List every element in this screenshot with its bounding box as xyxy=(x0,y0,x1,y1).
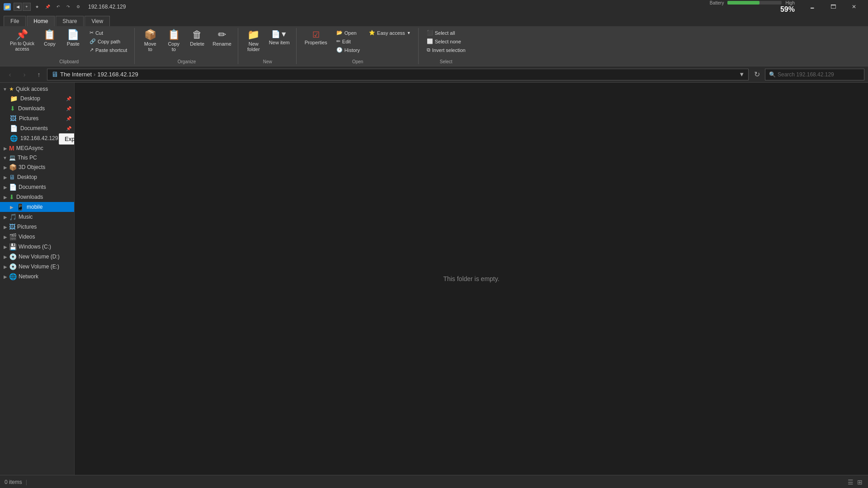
network-label: Network xyxy=(19,273,38,280)
sidebar-item-desktop-qa[interactable]: 📁 Desktop 📌 xyxy=(0,94,74,103)
copy-path-button[interactable]: 🔗 Copy path xyxy=(88,38,122,45)
windows-c-icon: 💾 xyxy=(9,243,17,250)
copy-large-button[interactable]: 📋 Copy xyxy=(39,28,61,48)
checkmark-icon: ☑ xyxy=(312,30,320,40)
sidebar-volume-d[interactable]: ▶ 💿 New Volume (D:) xyxy=(0,252,74,262)
documents-qa-label: Documents xyxy=(20,125,48,131)
megasync-chevron: ▶ xyxy=(4,146,7,151)
select-all-label: Select all xyxy=(435,30,455,36)
documents-pc-icon: 📄 xyxy=(9,183,17,191)
easy-access-button[interactable]: ⭐ Easy access ▼ xyxy=(367,29,413,37)
edit-button[interactable]: ✏ Edit xyxy=(335,38,353,45)
search-icon: 🔍 xyxy=(769,71,776,78)
forward-button[interactable]: › xyxy=(18,68,31,81)
path-part-1: The Internet xyxy=(60,71,92,78)
properties-btn-small[interactable]: ⚙ xyxy=(75,4,82,10)
megasync-header[interactable]: ▶ M MEGAsync xyxy=(0,143,74,153)
documents-qa-pin: 📌 xyxy=(66,126,71,131)
paste-icon: 📄 xyxy=(67,30,79,40)
view-tiles-button[interactable]: ⊞ xyxy=(856,478,863,487)
sidebar-music[interactable]: ▶ 🎵 Music xyxy=(0,212,74,222)
tab-share[interactable]: Share xyxy=(56,16,84,26)
battery-bar xyxy=(727,1,782,5)
new-folder-button[interactable]: 📁 Newfolder xyxy=(243,28,264,54)
pin-to-quick-button[interactable]: 📌 Pin to Quickaccess xyxy=(7,28,37,54)
tab-file[interactable]: File xyxy=(4,16,26,26)
sidebar-item-network-share[interactable]: 🌐 192.168.42.129 📌 Expand xyxy=(0,133,74,143)
downloads-qa-label: Downloads xyxy=(18,105,45,112)
paste-large-button[interactable]: 📄 Paste xyxy=(62,28,84,48)
quick-access-btn[interactable]: ★ xyxy=(33,4,41,10)
refresh-button[interactable]: ↻ xyxy=(750,68,763,81)
sidebar-documents-pc[interactable]: ▶ 📄 Documents xyxy=(0,182,74,192)
new-item-button[interactable]: 📄▼ New item xyxy=(266,28,292,47)
sidebar-item-documents-qa[interactable]: 📄 Documents 📌 xyxy=(0,123,74,133)
battery-label-text: Battery xyxy=(710,0,724,5)
edit-label: Edit xyxy=(342,39,351,44)
address-path[interactable]: 🖥 The Internet › 192.168.42.129 ▼ xyxy=(47,69,749,80)
sidebar-volume-e[interactable]: ▶ 💿 New Volume (E:) xyxy=(0,262,74,272)
sidebar-videos[interactable]: ▶ 🎬 Videos xyxy=(0,232,74,242)
history-button[interactable]: 🕐 History xyxy=(335,46,362,54)
tab-view[interactable]: View xyxy=(85,16,110,26)
sidebar-3dobjects[interactable]: ▶ 📦 3D Objects xyxy=(0,162,74,172)
address-dropdown-btn[interactable]: ▼ xyxy=(739,71,745,78)
battery-pct: 59% xyxy=(780,5,795,14)
select-none-button[interactable]: ⬜ Select none xyxy=(425,38,463,45)
select-all-button[interactable]: ⬛ Select all xyxy=(425,29,457,37)
desktop-qa-pin: 📌 xyxy=(66,96,71,101)
minimize-button[interactable]: 🗕 xyxy=(802,0,823,14)
organize-label: Organize xyxy=(178,59,196,64)
copy-large-icon: 📋 xyxy=(43,30,56,40)
tab-home[interactable]: Home xyxy=(27,16,55,26)
sidebar-item-pictures-qa[interactable]: 🖼 Pictures 📌 xyxy=(0,113,74,123)
ribbon-tabs: File Home Share View xyxy=(0,14,868,26)
copy-path-label: Copy path xyxy=(98,39,120,44)
network-chevron: ▶ xyxy=(4,274,7,279)
new-folder-label: Newfolder xyxy=(247,41,260,52)
organize-buttons: 📦 Moveto 📋 Copyto 🗑 Delete ✏ Rename xyxy=(139,28,234,58)
network-header[interactable]: ▶ 🌐 Network xyxy=(0,272,74,282)
properties-button[interactable]: ☑ Properties xyxy=(301,28,331,47)
cut-button[interactable]: ✂ Cut xyxy=(88,29,105,37)
sidebar-item-downloads-qa[interactable]: ⬇ Downloads 📌 xyxy=(0,103,74,113)
open-button[interactable]: 📂 Open xyxy=(335,29,359,37)
invert-selection-button[interactable]: ⧉ Invert selection xyxy=(425,46,467,54)
music-icon: 🎵 xyxy=(9,213,17,221)
search-box[interactable]: 🔍 Search 192.168.42.129 xyxy=(765,69,864,80)
close-button[interactable]: ✕ xyxy=(844,0,864,14)
paste-shortcut-button[interactable]: ↗ Paste shortcut xyxy=(88,46,129,54)
move-to-button[interactable]: 📦 Moveto xyxy=(139,28,161,54)
delete-button[interactable]: 🗑 Delete xyxy=(186,28,208,48)
ribbon-content: 📌 Pin to Quickaccess 📋 Copy 📄 Paste ✂ xyxy=(0,26,868,66)
sidebar-windows-c[interactable]: ▶ 💾 Windows (C:) xyxy=(0,242,74,252)
copy-to-button[interactable]: 📋 Copyto xyxy=(163,28,184,54)
up-button[interactable]: ↑ xyxy=(33,68,45,81)
redo-btn[interactable]: ↷ xyxy=(65,4,72,10)
pin-btn[interactable]: 📌 xyxy=(43,4,52,10)
back-button[interactable]: ‹ xyxy=(4,68,16,81)
search-placeholder: Search 192.168.42.129 xyxy=(778,71,834,78)
volume-d-icon: 💿 xyxy=(9,253,17,260)
select-label: Select xyxy=(440,59,453,64)
network-share-label: 192.168.42.129 xyxy=(20,135,58,141)
content-area: This folder is empty. xyxy=(75,83,868,475)
view-details-button[interactable]: ☰ xyxy=(847,478,854,487)
windows-c-label: Windows (C:) xyxy=(19,244,51,250)
pin-icon: 📌 xyxy=(16,30,28,40)
sidebar-downloads-pc[interactable]: ▶ ⬇ Downloads xyxy=(0,192,74,202)
expand-tooltip[interactable]: Expand xyxy=(59,133,75,145)
tab-add[interactable]: + xyxy=(23,3,31,11)
this-pc-header[interactable]: ▼ 💻 This PC xyxy=(0,153,74,162)
undo-btn[interactable]: ↶ xyxy=(55,4,62,10)
battery-mode: High xyxy=(785,0,795,5)
sidebar-desktop-pc[interactable]: ▶ 🖥 Desktop xyxy=(0,172,74,182)
maximize-button[interactable]: 🗖 xyxy=(823,0,844,14)
invert-label: Invert selection xyxy=(432,47,466,53)
quick-access-header[interactable]: ▼ ★ Quick access xyxy=(0,84,74,94)
sidebar-mobile[interactable]: ▶ 📱 mobile xyxy=(0,202,74,212)
sidebar-pictures-pc[interactable]: ▶ 🖼 Pictures xyxy=(0,222,74,232)
tab-left[interactable]: ◀ xyxy=(14,3,22,11)
copy-to-label: Copyto xyxy=(168,41,179,52)
rename-button[interactable]: ✏ Rename xyxy=(210,28,234,48)
